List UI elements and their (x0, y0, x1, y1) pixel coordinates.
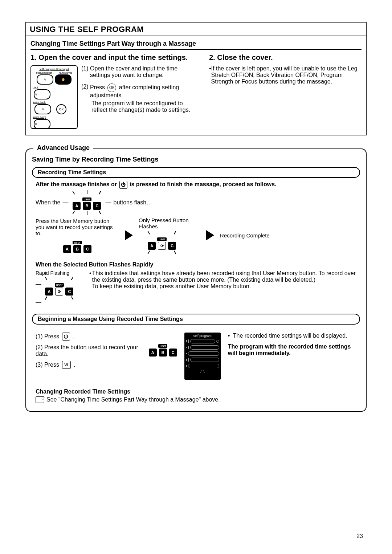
rapid-keep-text: To keep the existing data, press another… (92, 283, 251, 289)
btn-b: B (83, 202, 91, 210)
advanced-usage-box: Advanced Usage Saving Time by Recording … (25, 148, 367, 412)
display-screen: self program ╱ ╲ (184, 333, 221, 380)
arrow-icon (125, 230, 133, 240)
arrow-icon2 (206, 230, 214, 240)
remote-diagram: self program time input neck/shoulder ha… (30, 65, 78, 129)
btn-b3: ⟳ (158, 242, 166, 250)
btn-b5: B (159, 349, 167, 357)
power-icon2: ⏻ (62, 333, 70, 341)
btn-c: C (93, 202, 101, 210)
only-pressed-text: Only Pressed Button Flashes (139, 217, 200, 229)
begin-right-bullet: The recorded time settings will be displ… (233, 333, 347, 339)
pill-recording: Recording Time Settings (32, 167, 360, 178)
step2-heading: 2. Close the cover. (209, 53, 362, 62)
begin1-after: . (73, 333, 74, 340)
ok-icon: OK (107, 83, 116, 92)
btn-a: A (73, 202, 81, 210)
user-cap4: user (55, 283, 64, 287)
change-rec-body: See "Changing Time Settings Part Way thr… (46, 396, 220, 403)
subheading: Changing Time Settings Part Way through … (30, 38, 362, 50)
recording-complete: Recording Complete (220, 232, 270, 239)
callout2-before: Press (90, 84, 106, 90)
reference-icon (36, 396, 44, 403)
press-memory-text: Press the User Memory button you want to… (36, 218, 119, 236)
advanced-legend: Advanced Usage (33, 144, 93, 152)
user-buttons-rapid: user A ⟳ C (43, 277, 75, 299)
when-the: When the (36, 199, 60, 206)
callout1-lead: (1) (81, 65, 90, 78)
btn-neck-shoulder: ≋ (37, 74, 53, 85)
rapid-bullet-text: This indicates that settings have alread… (92, 270, 356, 283)
advanced-subheading: Saving Time by Recording Time Settings (32, 156, 360, 163)
btn-lower-back: ≋ (34, 104, 51, 114)
begin3-before: (3) Press (36, 362, 59, 368)
label-back: back (33, 86, 75, 89)
user-cap3: user (157, 237, 167, 241)
label-neck-shoulder: neck/shoulder (36, 72, 52, 74)
rapid-flashing-label: Rapid Flashing (36, 270, 83, 276)
user-cap2: user (73, 241, 82, 244)
begin-right-bold: The program with the recorded time setti… (228, 343, 356, 357)
btn-back: ≋ (34, 89, 50, 99)
btn-lower-body: ≋ (34, 119, 50, 129)
change-rec-heading: Changing Recorded Time Settings (36, 388, 356, 395)
after-line-after: is pressed to finish the massage, procee… (130, 181, 277, 187)
step1-heading: 1. Open the cover and input the time set… (30, 53, 198, 62)
user-buttons-static: user A B C (63, 241, 91, 253)
after-line-before: After the massage finishes or (36, 181, 119, 187)
btn-c5: C (169, 349, 177, 357)
btn-c3: C (168, 242, 176, 250)
btn-a3: A (148, 242, 156, 250)
remote-header: self program time input (33, 68, 75, 71)
begin2-text: (2) Press the button used to record your… (36, 344, 138, 357)
user-buttons-one-flash: user A ⟳ C (146, 232, 178, 253)
callout2-lead: (2) (81, 83, 90, 99)
pill-beginning: Beginning a Massage Using Recorded Time … (32, 314, 360, 325)
rapid-heading: When the Selected Button Flashes Rapidly (36, 261, 356, 268)
btn-a4: A (45, 288, 53, 296)
page-title: USING THE SELF PROGRAM (30, 25, 362, 34)
btn-b4: ⟳ (55, 288, 63, 296)
begin3-after: . (74, 362, 75, 368)
begin1-before: (1) Press (36, 333, 59, 340)
user-buttons-begin: user A B C (149, 344, 177, 357)
btn-a5: A (149, 349, 157, 357)
user-buttons-flash-icon: user A B C (70, 192, 103, 213)
callout2-extra: The program will be reconfigured to refl… (81, 100, 198, 113)
label-lower-back: lower back (33, 101, 75, 104)
power-icon: ⏻ (119, 181, 127, 189)
btn-c4: C (65, 288, 73, 296)
user-cap: user (82, 197, 92, 201)
buttons-flash: buttons flash… (113, 199, 152, 206)
btn-hands-arms: ✋ (55, 74, 72, 85)
label-lower-body: lower body (33, 115, 75, 119)
user-cap5: user (158, 344, 168, 348)
btn-b2: B (73, 245, 81, 253)
callout1-text: Open the cover and input the time settin… (90, 65, 198, 78)
vi-button-icon: Ⅵ (62, 361, 71, 369)
page-number: 23 (356, 533, 363, 539)
label-hands-arms: hands/arms (59, 72, 72, 74)
step2-bullet: If the cover is left open, you will be u… (211, 65, 362, 85)
title-box: USING THE SELF PROGRAM (25, 22, 367, 36)
screen-caption: self program (186, 334, 219, 338)
btn-c2: C (83, 245, 91, 253)
btn-a2: A (63, 245, 71, 253)
ok-button-diagram: OK (56, 104, 66, 114)
